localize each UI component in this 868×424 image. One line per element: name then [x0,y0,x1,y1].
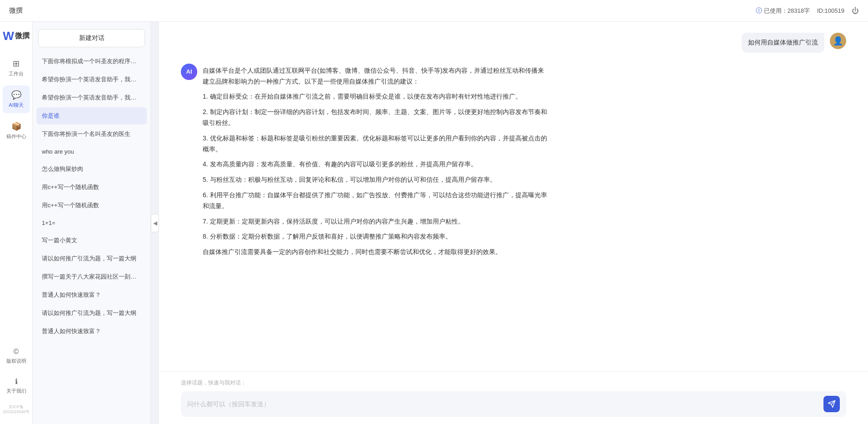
ai-list-item: 7. 定期更新：定期更新内容，保持活跃度，可以让用户对你的内容产生兴趣，增加用户… [203,216,548,227]
input-area [181,391,846,417]
about-label: 关于我们 [6,388,26,394]
about-icon: ℹ [15,377,18,386]
ai-message-content: 自媒体平台是个人或团队通过互联网平台(如博客、微博、微信公众号、抖音、快手等)发… [203,64,548,259]
user-avatar: 👤 [830,33,846,49]
new-chat-button[interactable]: 新建对话 [38,29,145,47]
chat-messages: 如何用自媒体做推广引流 👤 AI 自媒体平台是个人或团队通过互联网平台(如博客、… [159,22,868,371]
collapse-sidebar-button[interactable]: ◀ [151,214,159,232]
chat-list-item[interactable]: 希望你扮演一个英语发音助手，我提供给你... [36,89,147,106]
ai-items: 1. 确定目标受众：在开始自媒体推广引流之前，需要明确目标受众是谁，以便在发布内… [203,91,548,242]
chat-history-panel: 新建对话 下面你将模拟成一个叫圣友的程序员，我说...希望你扮演一个英语发音助手… [33,22,151,424]
quick-topics-label: 选择话题，快速与我对话： [181,379,846,387]
chat-list-item[interactable]: who are you [36,144,147,160]
ai-chat-label: AI聊天 [9,102,23,109]
left-sidebar: W 微撰 ⊞ 工作台 💬 AI聊天 📦 稿件中心 © 版权说明 ℹ [0,22,33,424]
chat-list-item[interactable]: 你是谁 [36,107,147,125]
ai-list-item: 5. 与粉丝互动：积极与粉丝互动，回复评论和私信，可以增加用户对你的认可和信任，… [203,175,548,185]
copyright-item[interactable]: © 版权说明 [3,343,30,369]
power-icon[interactable]: ⏻ [852,7,859,15]
ai-list-item: 2. 制定内容计划：制定一份详细的内容计划，包括发布时间、频率、主题、文案、图片… [203,107,548,129]
about-item[interactable]: ℹ 关于我们 [3,373,30,399]
chat-area: 如何用自媒体做推广引流 👤 AI 自媒体平台是个人或团队通过互联网平台(如博客、… [159,22,868,424]
header-id: ID:100519 [817,7,844,14]
chat-input[interactable] [187,400,820,408]
send-icon [828,400,836,408]
header-left: 微撰 [9,6,23,15]
chat-list-item[interactable]: 请以如何推广引流为题，写一篇大纲 [36,250,147,267]
ai-conclusion: 自媒体推广引流需要具备一定的内容创作和社交能力，同时也需要不断尝试和优化，才能取… [203,247,548,258]
ai-message-row: AI 自媒体平台是个人或团队通过互联网平台(如博客、微博、微信公众号、抖音、快手… [181,64,846,259]
mailbox-label: 稿件中心 [6,133,26,140]
chat-list-item[interactable]: 下面你将模拟成一个叫圣友的程序员，我说... [36,53,147,70]
ai-list-item: 4. 发布高质量内容：发布高质量、有价值、有趣的内容可以吸引更多的粉丝，并提高用… [203,159,548,170]
ai-paragraph-1: 自媒体平台是个人或团队通过互联网平台(如博客、微博、微信公众号、抖音、快手等)发… [203,65,548,87]
ai-list-item: 6. 利用平台推广功能：自媒体平台都提供了推广功能，如广告投放、付费推广等，可以… [203,190,548,212]
header-title: 微撰 [9,6,23,15]
workbench-label: 工作台 [9,70,24,77]
chat-list-item[interactable]: 用c++写一个随机函数 [36,179,147,196]
chat-list-item[interactable]: 普通人如何快速致富？ [36,323,147,340]
ai-avatar: AI [181,64,197,80]
icp-text: 京ICP备2022019348号 [2,403,30,417]
sidebar-item-ai-chat[interactable]: 💬 AI聊天 [3,85,30,113]
ai-list-item: 1. 确定目标受众：在开始自媒体推广引流之前，需要明确目标受众是谁，以便在发布内… [203,91,548,102]
chat-bottom: 选择话题，快速与我对话： [159,371,868,424]
copyright-label: 版权说明 [6,358,26,364]
ai-chat-icon: 💬 [11,90,21,100]
usage-text: 已使用：28318字 [764,7,810,15]
user-message-row: 如何用自媒体做推广引流 👤 [181,33,846,53]
header-right: Ⓘ 已使用：28318字 ID:100519 ⏻ [756,7,859,15]
chat-list-item[interactable]: 请以如何推广引流为题，写一篇大纲 [36,304,147,322]
logo-area: W 微撰 [3,29,30,43]
usage-icon: Ⓘ [756,7,762,15]
ai-list-item: 8. 分析数据：定期分析数据，了解用户反馈和喜好，以便调整推广策略和内容发布频率… [203,231,548,242]
sidebar-item-mailbox[interactable]: 📦 稿件中心 [3,117,30,145]
chat-list-item[interactable]: 希望你扮演一个英语发音助手，我提供给你... [36,71,147,88]
nav-bottom: © 版权说明 ℹ 关于我们 京ICP备2022019348号 [0,343,32,417]
mailbox-icon: 📦 [11,121,21,131]
chat-list-item[interactable]: 用c++写一个随机函数 [36,197,147,214]
chat-list-item[interactable]: 下面你将扮演一个名叫圣友的医生 [36,125,147,143]
ai-list-item: 3. 优化标题和标签：标题和标签是吸引粉丝的重要因素。优化标题和标签可以让更多的… [203,133,548,155]
user-message-content: 如何用自媒体做推广引流 [742,33,824,53]
chat-list-item[interactable]: 1+1= [36,215,147,231]
chat-list-item[interactable]: 普通人如何快速致富？ [36,286,147,304]
send-button[interactable] [823,396,840,412]
chat-list: 下面你将模拟成一个叫圣友的程序员，我说...希望你扮演一个英语发音助手，我提供给… [33,53,150,424]
chat-list-item[interactable]: 撰写一篇关于八大家花园社区一刻钟便民生... [36,268,147,285]
sidebar-item-workbench[interactable]: ⊞ 工作台 [3,54,30,82]
main-layout: W 微撰 ⊞ 工作台 💬 AI聊天 📦 稿件中心 © 版权说明 ℹ [0,22,868,424]
logo-w: W [3,29,14,43]
header: 微撰 Ⓘ 已使用：28318字 ID:100519 ⏻ [0,0,868,22]
chat-list-item[interactable]: 写一篇小黄文 [36,232,147,249]
nav-items: ⊞ 工作台 💬 AI聊天 📦 稿件中心 [0,54,32,145]
workbench-icon: ⊞ [13,59,20,69]
header-usage: Ⓘ 已使用：28318字 [756,7,810,15]
copyright-icon: © [14,348,19,356]
chat-list-item[interactable]: 怎么做狗屎炒肉 [36,160,147,178]
logo-name: 微撰 [15,31,30,41]
